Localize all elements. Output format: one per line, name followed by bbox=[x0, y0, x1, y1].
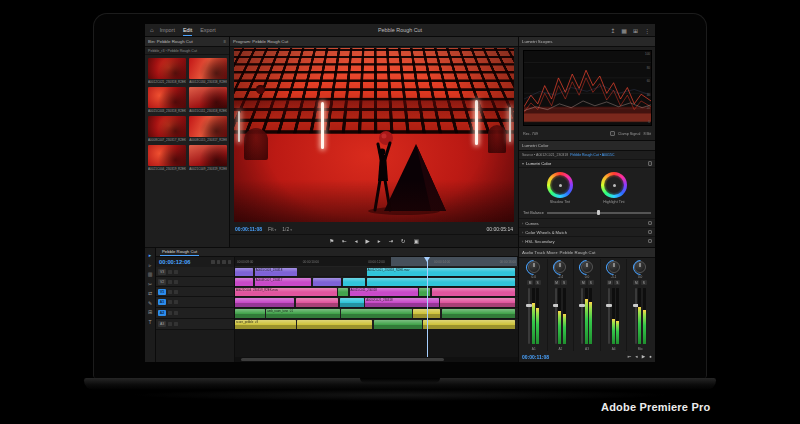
mute-button[interactable]: M bbox=[554, 280, 560, 285]
timeline-scrollbar[interactable] bbox=[235, 357, 518, 362]
track-lock-toggle[interactable] bbox=[168, 300, 172, 304]
go-to-out-icon[interactable]: ⇥ bbox=[388, 238, 393, 244]
program-timecode[interactable]: 00:00:11:08 bbox=[235, 226, 262, 232]
section-enabled-checkbox[interactable] bbox=[648, 239, 653, 244]
timeline-clip[interactable] bbox=[442, 309, 516, 318]
timeline-clip[interactable] bbox=[340, 298, 364, 307]
timeline-clip[interactable] bbox=[235, 309, 265, 318]
track-target-toggle[interactable]: V2 bbox=[158, 279, 166, 285]
track-header-v1[interactable]: V1 bbox=[156, 287, 234, 297]
timeline-ruler[interactable]: 00:00:08:0000:00:10:0000:00:12:0000:00:1… bbox=[235, 257, 518, 267]
solo-button[interactable]: S bbox=[561, 280, 567, 285]
mute-button[interactable]: M bbox=[607, 280, 613, 285]
lumetri-effect-row[interactable]: ▾ Lumetri Color bbox=[519, 159, 655, 168]
mixer-timecode[interactable]: 00:00:11:08 bbox=[522, 354, 549, 360]
tab-export[interactable]: Export bbox=[200, 24, 216, 36]
track-lock-toggle[interactable] bbox=[168, 280, 172, 284]
play-icon[interactable]: ▶ bbox=[365, 238, 369, 244]
timeline-clip[interactable] bbox=[235, 278, 253, 286]
solo-button[interactable]: S bbox=[641, 280, 647, 285]
panel-menu-icon[interactable]: ≡ bbox=[223, 39, 226, 44]
highlight-tint-wheel[interactable] bbox=[601, 172, 627, 198]
go-to-in-icon[interactable]: ⇤ bbox=[342, 238, 347, 244]
timeline-clip[interactable] bbox=[367, 278, 516, 286]
zoom-level-select[interactable]: Fit bbox=[268, 226, 276, 232]
timeline-toggle-icon[interactable] bbox=[222, 260, 226, 264]
pan-knob[interactable] bbox=[528, 261, 540, 273]
track-mute-toggle[interactable] bbox=[174, 311, 178, 315]
timeline-clip[interactable]: A0008C007_230317 bbox=[255, 278, 312, 286]
timeline-clip[interactable] bbox=[338, 288, 348, 296]
lumetri-target[interactable]: Pebble Rough Cut • A0015C bbox=[570, 153, 614, 157]
home-icon[interactable]: ⌂ bbox=[150, 27, 154, 33]
maximize-icon[interactable]: ⊞ bbox=[633, 27, 638, 34]
step-forward-icon[interactable]: ▸ bbox=[378, 238, 381, 244]
timeline-clip[interactable]: score_pebble_v3 bbox=[235, 320, 296, 329]
track-mute-toggle[interactable] bbox=[174, 300, 178, 304]
timeline-clip[interactable] bbox=[374, 320, 422, 329]
effect-enabled-toggle[interactable] bbox=[648, 161, 653, 166]
clamp-signal-checkbox[interactable] bbox=[610, 131, 615, 136]
track-lock-toggle[interactable] bbox=[168, 270, 172, 274]
volume-fader[interactable] bbox=[528, 288, 530, 344]
pen-tool-icon[interactable]: ✎ bbox=[148, 300, 152, 306]
track-lock-toggle[interactable] bbox=[168, 322, 172, 326]
track-lane-a3[interactable]: score_pebble_v3 bbox=[235, 319, 518, 329]
add-marker-icon[interactable]: ⚑ bbox=[329, 238, 334, 244]
track-target-toggle[interactable]: A3 bbox=[158, 321, 166, 327]
track-target-toggle[interactable]: V3 bbox=[158, 269, 166, 275]
timeline-clip[interactable]: A0012C021_230318_R2EK.mov bbox=[367, 268, 516, 276]
pan-knob[interactable] bbox=[554, 261, 566, 273]
track-mute-toggle[interactable] bbox=[174, 270, 178, 274]
play-icon[interactable]: ▶ bbox=[642, 354, 646, 359]
track-lane-a2[interactable]: amb_room_tone_01 bbox=[235, 308, 518, 318]
step-back-icon[interactable]: ◂ bbox=[635, 354, 637, 359]
mute-button[interactable]: M bbox=[527, 280, 533, 285]
playback-resolution-select[interactable]: 1/2 bbox=[282, 226, 292, 232]
timeline-clip[interactable] bbox=[341, 309, 412, 318]
timeline-clip[interactable]: A0015C011_230318 bbox=[350, 288, 418, 296]
project-clip[interactable]: A0021C004_230319_R2EK bbox=[148, 145, 186, 171]
scope-colorspace[interactable]: Rec. 709 bbox=[523, 132, 538, 136]
section-enabled-checkbox[interactable] bbox=[648, 230, 653, 235]
project-clip[interactable]: A0021C009_230319_R2EK bbox=[189, 145, 227, 171]
track-mute-toggle[interactable] bbox=[174, 322, 178, 326]
solo-button[interactable]: S bbox=[614, 280, 620, 285]
record-icon[interactable]: ● bbox=[649, 354, 652, 359]
timeline-clip[interactable]: A0021C004_230319_R2EK.mov bbox=[235, 288, 337, 296]
project-clip[interactable]: A0008C015_230317_R2EK bbox=[189, 116, 227, 142]
timeline-clip[interactable] bbox=[235, 268, 253, 276]
razor-tool-icon[interactable]: ✂ bbox=[148, 281, 152, 287]
timeline-clip[interactable] bbox=[297, 320, 372, 329]
type-tool-icon[interactable]: T bbox=[148, 319, 151, 325]
solo-button[interactable]: S bbox=[535, 280, 541, 285]
volume-fader[interactable] bbox=[581, 288, 583, 344]
track-mute-toggle[interactable] bbox=[174, 280, 178, 284]
lumetri-section-curves[interactable]: ›Curves bbox=[519, 218, 655, 227]
mute-button[interactable]: M bbox=[633, 280, 639, 285]
track-header-a1[interactable]: A1 bbox=[156, 297, 234, 308]
timeline-clip[interactable] bbox=[440, 298, 515, 307]
track-lane-v2[interactable]: A0008C007_230317 bbox=[235, 277, 518, 286]
ripple-edit-tool-icon[interactable]: ▥ bbox=[148, 271, 153, 277]
volume-fader[interactable] bbox=[555, 288, 557, 344]
pan-knob[interactable] bbox=[634, 261, 646, 273]
track-target-toggle[interactable]: V1 bbox=[158, 289, 166, 295]
track-lane-v1[interactable]: A0021C004_230319_R2EK.movA0015C011_23031… bbox=[235, 287, 518, 296]
tint-balance-slider[interactable] bbox=[547, 212, 651, 214]
lumetri-source[interactable]: Source • A0012C021_230318 bbox=[522, 153, 568, 157]
step-back-icon[interactable]: ◂ bbox=[355, 238, 358, 244]
timeline-clip[interactable] bbox=[423, 320, 515, 329]
timeline-clip[interactable] bbox=[313, 278, 341, 286]
track-mute-toggle[interactable] bbox=[174, 290, 178, 294]
track-lock-toggle[interactable] bbox=[168, 290, 172, 294]
lumetri-section-color-wheels-match[interactable]: ›Color Wheels & Match bbox=[519, 227, 655, 236]
timeline-timecode[interactable]: 00:00:12:06 bbox=[159, 259, 191, 265]
pan-knob[interactable] bbox=[581, 261, 593, 273]
track-header-a2[interactable]: A2 bbox=[156, 308, 234, 319]
tab-edit[interactable]: Edit bbox=[183, 24, 192, 36]
loop-icon[interactable]: ↻ bbox=[401, 238, 406, 244]
timeline-clip[interactable] bbox=[419, 288, 430, 296]
project-clip[interactable]: A0012C034_230318_R2EK bbox=[189, 58, 227, 84]
track-target-toggle[interactable]: A2 bbox=[158, 310, 166, 316]
